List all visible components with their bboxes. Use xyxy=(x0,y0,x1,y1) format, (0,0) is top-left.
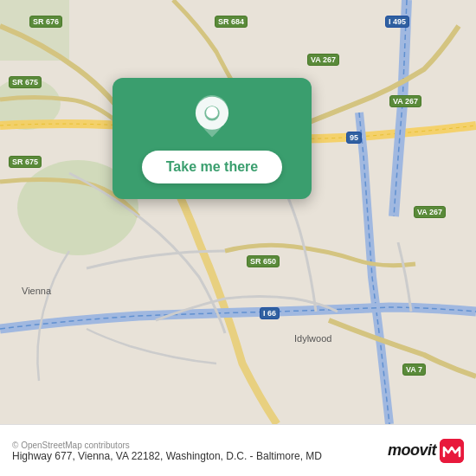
moovit-wordmark: moovit xyxy=(388,441,436,460)
map-svg xyxy=(0,0,476,424)
label-sr650: SR 650 xyxy=(247,255,280,267)
label-va267-right: VA 267 xyxy=(389,95,421,107)
label-va267-far-right: VA 267 xyxy=(414,206,446,218)
label-idylwood: Idylwood xyxy=(294,333,331,344)
label-sr684: SR 684 xyxy=(215,16,248,28)
moovit-icon xyxy=(440,439,464,463)
map-container: SR 676 SR 675 SR 675 VA 267 SR 684 VA 26… xyxy=(0,0,476,424)
address-text: Highway 677, Vienna, VA 22182, Washingto… xyxy=(12,450,388,462)
address-part2: Baltimore, MD xyxy=(256,450,322,462)
copyright-text: © OpenStreetMap contributors xyxy=(12,441,388,450)
svg-point-6 xyxy=(206,106,218,119)
moovit-logo: moovit xyxy=(388,439,464,463)
info-bar: © OpenStreetMap contributors Highway 677… xyxy=(0,424,476,476)
action-card: Take me there xyxy=(113,78,312,199)
label-sr676: SR 676 xyxy=(29,16,62,28)
location-pin-icon xyxy=(190,95,235,140)
label-va95: 95 xyxy=(346,132,362,144)
label-sr675-mid: SR 675 xyxy=(9,156,42,168)
label-vienna: Vienna xyxy=(22,286,51,296)
label-i66: I 66 xyxy=(260,307,280,319)
address-part1: Highway 677, Vienna, VA 22182, Washingto… xyxy=(12,450,254,462)
label-va267-top-right: VA 267 xyxy=(307,54,339,66)
label-sr675-top: SR 675 xyxy=(9,76,42,88)
info-left: © OpenStreetMap contributors Highway 677… xyxy=(12,439,388,462)
label-va7: VA 7 xyxy=(402,363,426,376)
label-i495: I 495 xyxy=(385,16,409,28)
take-me-there-button[interactable]: Take me there xyxy=(142,151,282,183)
